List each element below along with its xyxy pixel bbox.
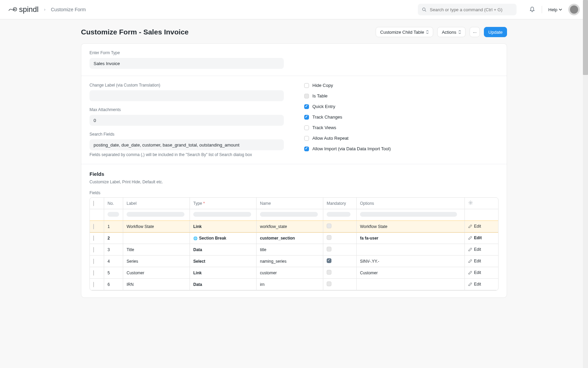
actions-button[interactable]: Actions — [437, 27, 466, 37]
table-row[interactable]: 6IRNDatairnEdit — [90, 279, 498, 290]
more-button[interactable]: ··· — [470, 27, 480, 37]
allow-import-check[interactable]: Allow Import (via Data Data Import Tool) — [304, 146, 499, 151]
scrollbar-track[interactable] — [583, 0, 588, 311]
row-no: 6 — [104, 279, 123, 290]
checkbox-icon — [93, 270, 94, 276]
scrollbar-thumb[interactable] — [583, 0, 588, 75]
allow-auto-repeat-check[interactable]: Allow Auto Repeat — [304, 136, 499, 141]
search-input[interactable] — [430, 7, 512, 12]
table-row[interactable]: 4SeriesSelectnaming_seriesSINV-.YY.-Edit — [90, 256, 498, 267]
row-label[interactable]: Series — [123, 256, 190, 267]
row-type[interactable]: Select — [190, 256, 257, 267]
row-label[interactable] — [123, 232, 190, 244]
max-attach-input[interactable] — [89, 115, 284, 126]
table-row[interactable]: 5CustomerLinkcustomerCustomerEdit — [90, 267, 498, 279]
row-mandatory[interactable] — [323, 279, 357, 290]
brand-logo[interactable]: spindl — [8, 5, 38, 14]
edit-cell[interactable]: Edit — [465, 232, 498, 244]
avatar[interactable] — [568, 4, 580, 15]
row-name[interactable]: irn — [257, 279, 323, 290]
row-options[interactable] — [357, 279, 465, 290]
checkbox-icon — [304, 83, 309, 88]
row-label[interactable]: IRN — [123, 279, 190, 290]
row-check[interactable] — [90, 267, 104, 279]
col-edit-gear[interactable] — [465, 198, 498, 209]
track-changes-check[interactable]: Track Changes — [304, 114, 499, 120]
edit-cell[interactable]: Edit — [465, 244, 498, 256]
edit-link[interactable]: Edit — [468, 282, 481, 287]
row-name[interactable]: workflow_state — [257, 221, 323, 232]
edit-link[interactable]: Edit — [468, 259, 481, 263]
row-options[interactable]: Workflow State — [357, 221, 465, 232]
row-options[interactable]: Customer — [357, 267, 465, 279]
bell-icon[interactable] — [529, 6, 536, 13]
col-mandatory: Mandatory — [323, 198, 357, 209]
check-label: Is Table — [312, 93, 328, 98]
table-row[interactable]: 2🌐Section Breakcustomer_sectionfa fa-use… — [90, 232, 498, 244]
row-type[interactable]: Link — [190, 267, 257, 279]
table-row[interactable]: 3TitleDatatitleEdit — [90, 244, 498, 256]
edit-cell[interactable]: Edit — [465, 221, 498, 232]
col-check[interactable] — [90, 198, 104, 209]
row-mandatory[interactable] — [323, 244, 357, 256]
chevron-down-icon — [559, 8, 562, 11]
quick-entry-check[interactable]: Quick Entry — [304, 104, 499, 109]
edit-link[interactable]: Edit — [468, 247, 481, 252]
edit-link[interactable]: Edit — [468, 224, 481, 229]
pencil-icon — [468, 282, 472, 286]
row-options[interactable]: SINV-.YY.- — [357, 256, 465, 267]
row-check[interactable] — [90, 244, 104, 256]
row-mandatory[interactable] — [323, 256, 357, 267]
edit-cell[interactable]: Edit — [465, 256, 498, 267]
row-type[interactable]: Data — [190, 244, 257, 256]
row-name[interactable]: naming_series — [257, 256, 323, 267]
checkbox-icon — [93, 224, 94, 229]
edit-link[interactable]: Edit — [468, 235, 482, 240]
row-name[interactable]: customer_section — [257, 232, 323, 244]
skeleton — [327, 212, 350, 217]
row-no: 1 — [104, 221, 123, 232]
row-check[interactable] — [90, 279, 104, 290]
search-fields-input[interactable] — [89, 139, 284, 150]
row-mandatory[interactable] — [323, 267, 357, 279]
checkbox-icon — [304, 147, 309, 151]
checkbox-icon — [304, 94, 309, 98]
checkbox-icon — [304, 136, 309, 141]
checkbox-icon — [304, 104, 309, 109]
row-name[interactable]: title — [257, 244, 323, 256]
row-options[interactable]: fa fa-user — [357, 232, 465, 244]
row-check[interactable] — [90, 256, 104, 267]
row-check[interactable] — [90, 232, 104, 244]
pencil-icon — [468, 271, 472, 275]
update-button[interactable]: Update — [484, 27, 507, 37]
checkbox-icon — [327, 258, 331, 263]
change-label-input[interactable] — [89, 90, 284, 101]
col-no: No. — [104, 198, 123, 209]
row-options[interactable] — [357, 244, 465, 256]
row-label[interactable]: Customer — [123, 267, 190, 279]
checkbox-icon — [93, 235, 94, 241]
topbar-right: Help — [529, 4, 580, 15]
help-menu[interactable]: Help — [548, 7, 562, 12]
edit-cell[interactable]: Edit — [465, 267, 498, 279]
row-label[interactable]: Title — [123, 244, 190, 256]
row-label[interactable]: Workflow State — [123, 221, 190, 232]
row-mandatory[interactable] — [323, 221, 357, 232]
row-check[interactable] — [90, 221, 104, 232]
skeleton — [127, 212, 184, 217]
row-type[interactable]: Data — [190, 279, 257, 290]
search-bar[interactable] — [418, 4, 517, 15]
hide-copy-check[interactable]: Hide Copy — [304, 83, 499, 88]
row-type[interactable]: 🌐Section Break — [190, 232, 257, 244]
edit-link[interactable]: Edit — [468, 270, 481, 275]
track-views-check[interactable]: Track Views — [304, 125, 499, 130]
breadcrumb[interactable]: Customize Form — [51, 7, 86, 12]
form-type-input[interactable] — [89, 58, 284, 69]
row-name[interactable]: customer — [257, 267, 323, 279]
checkbox-icon — [327, 247, 331, 251]
table-row[interactable]: 1Workflow StateLinkworkflow_stateWorkflo… — [90, 221, 498, 232]
row-type[interactable]: Link — [190, 221, 257, 232]
row-mandatory[interactable] — [323, 232, 357, 244]
edit-cell[interactable]: Edit — [465, 279, 498, 290]
customize-child-table-button[interactable]: Customize Child Table — [376, 27, 433, 37]
